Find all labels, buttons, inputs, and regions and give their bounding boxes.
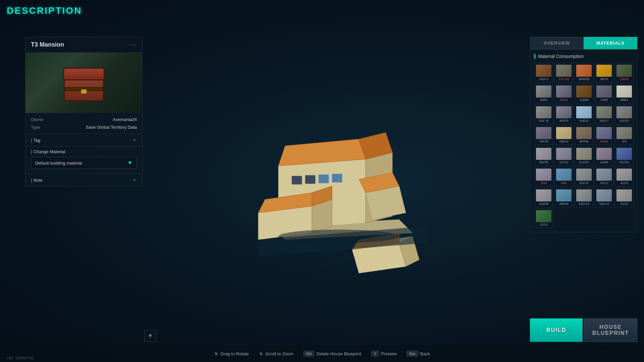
material-item: 136/22	[615, 63, 634, 82]
change-material-label: |Change Material	[31, 149, 137, 154]
material-icon-pane2	[556, 189, 572, 201]
material-item: 251/15	[575, 167, 593, 186]
material-count: 345/70	[559, 119, 569, 122]
material-icon-cloth	[616, 85, 632, 98]
pipe-accent: |	[31, 138, 32, 143]
filter-button[interactable]: ▼	[144, 330, 156, 342]
svg-rect-15	[319, 175, 329, 183]
scroll-zoom-action: 🖱 Scroll to Zoom	[259, 351, 293, 356]
building-3d-view[interactable]	[148, 34, 523, 339]
material-icon-frame	[576, 169, 592, 181]
type-label: Type	[31, 125, 40, 130]
material-count: 0/45	[561, 181, 567, 185]
material-item: 938/2	[534, 84, 553, 103]
material-icon-gold	[596, 65, 612, 77]
materials-panel: Material Consumption 2414 5 273 101 4950…	[530, 49, 637, 232]
bottom-bar: 🖱 Drag to Rotate 🖱 Scroll to Zoom Del De…	[0, 345, 644, 362]
material-item: 96/70	[595, 63, 613, 82]
tag-label: |Tag	[31, 138, 40, 143]
house-blueprint-button[interactable]: HOUSE BLUEPRINT	[584, 318, 637, 342]
note-label: |Note	[31, 178, 43, 183]
building-svg	[238, 92, 433, 280]
left-panel: T3 Mansion ··· Owner Axemania24 Type Sav…	[25, 37, 143, 186]
material-item: 3/3	[615, 125, 634, 145]
material-count: 2414 5	[539, 77, 548, 81]
material-count: 387/68	[579, 140, 589, 143]
material-count: 522/20	[620, 161, 629, 164]
mouse-icon: 🖱	[214, 351, 218, 356]
material-item: /100 12	[595, 188, 613, 207]
material-icon-gear	[596, 85, 612, 98]
material-count: 1299/t	[600, 161, 608, 164]
material-icon-tube2	[536, 189, 551, 201]
material-dropdown[interactable]: Default building material ▼	[31, 157, 137, 169]
info-rows: Owner Axemania24 Type Save Global Territ…	[25, 113, 142, 134]
material-count: 611/20	[579, 161, 589, 164]
material-item: 252/45	[534, 188, 553, 207]
material-count: 227/12	[559, 161, 569, 164]
material-icon-pane	[556, 169, 572, 181]
material-icon-screw	[596, 148, 612, 160]
material-icon-wood	[536, 65, 551, 77]
material-count: 293/12	[559, 140, 569, 143]
material-icon-tube	[536, 148, 551, 160]
material-icon-box	[596, 169, 612, 181]
panel-title: T3 Mansion	[31, 41, 64, 48]
tab-materials[interactable]: MATERIALS	[584, 37, 637, 49]
material-count: 0/18	[541, 181, 547, 185]
material-count: 411/5	[621, 181, 628, 185]
svg-rect-13	[292, 176, 302, 184]
delete-label: Delete House Blueprint	[316, 351, 361, 356]
material-item: 996/4	[615, 84, 634, 103]
material-item: 411/5	[615, 167, 634, 186]
material-icon-sand	[556, 127, 572, 139]
pipe-accent2: |	[31, 149, 32, 154]
build-button[interactable]: BUILD	[530, 318, 583, 342]
material-count: 6/224	[560, 98, 568, 102]
material-count: /100 12	[599, 202, 609, 205]
material-count: 996/4	[621, 98, 628, 102]
material-icon-copper	[576, 65, 592, 77]
material-item: 611/20	[575, 146, 593, 166]
material-count: 3/3	[622, 140, 627, 143]
material-icon-rock	[616, 106, 632, 118]
material-item: 416/12	[575, 105, 593, 124]
note-label-row: |Note ✏	[31, 177, 137, 183]
material-count: 251/15	[579, 181, 589, 185]
page-title: DESCRIPTION	[7, 5, 82, 16]
material-item: 1299/t	[595, 146, 613, 166]
preview-action: V Preview	[371, 351, 397, 357]
drag-rotate-label: Drag to Rotate	[220, 351, 249, 356]
material-item: 34/35	[595, 125, 613, 145]
material-count: 13971/1	[579, 202, 590, 205]
title-accent-bar	[534, 54, 535, 59]
panel-header: T3 Mansion ···	[25, 37, 142, 53]
tab-overview[interactable]: OVERVIEW	[530, 37, 584, 49]
drag-rotate-action: 🖱 Drag to Rotate	[214, 351, 249, 356]
material-icon-hook	[556, 106, 572, 118]
chest-icon	[60, 64, 107, 101]
back-action: Esc Back	[407, 351, 430, 357]
material-icon-gem	[536, 210, 551, 222]
material-item: 6/224	[554, 84, 573, 103]
material-icon-box2	[596, 189, 612, 201]
back-label: Back	[420, 351, 430, 356]
type-value: Save Global Territory Data	[86, 125, 137, 130]
panel-menu-button[interactable]: ···	[130, 41, 137, 48]
material-count: 136/8	[600, 98, 608, 102]
tag-label-row: |Tag ✏	[31, 137, 137, 143]
material-count: 21/10	[540, 223, 548, 226]
scroll-icon: 🖱	[259, 351, 263, 356]
material-count: 34/35	[600, 140, 608, 143]
dropdown-value: Default building material	[35, 161, 82, 166]
note-edit-icon[interactable]: ✏	[133, 177, 137, 183]
material-icon-plank	[576, 85, 592, 98]
material-icon-ball2	[616, 189, 632, 201]
material-icon-spring	[536, 106, 551, 118]
material-item: 387/68	[575, 125, 593, 145]
material-item: 51/10	[615, 188, 634, 207]
material-icon-bucket	[536, 169, 551, 181]
tag-edit-icon[interactable]: ✏	[133, 137, 137, 143]
building-illustration	[238, 92, 433, 280]
material-item: 293/12	[554, 125, 573, 145]
